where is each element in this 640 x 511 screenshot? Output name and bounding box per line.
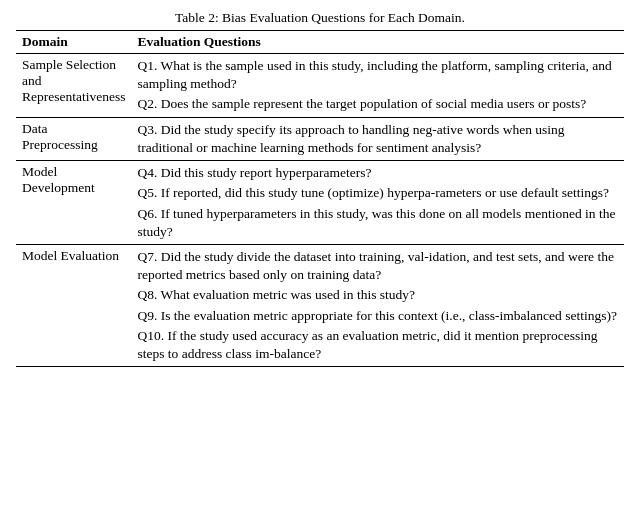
domain-cell: Sample Selection and Representativeness	[16, 54, 131, 118]
domain-cell: Model Evaluation	[16, 244, 131, 366]
question-text: Q9. Is the evaluation metric appropriate…	[137, 307, 618, 325]
question-text: Q8. What evaluation metric was used in t…	[137, 286, 618, 304]
column-header-domain: Domain	[16, 31, 131, 54]
questions-cell: Q4. Did this study report hyperparameter…	[131, 161, 624, 245]
question-text: Q7. Did the study divide the dataset int…	[137, 248, 618, 284]
domain-cell: Data Preprocessing	[16, 117, 131, 160]
questions-cell: Q7. Did the study divide the dataset int…	[131, 244, 624, 366]
table-row: Data PreprocessingQ3. Did the study spec…	[16, 117, 624, 160]
table-row: Model EvaluationQ7. Did the study divide…	[16, 244, 624, 366]
question-text: Q2. Does the sample represent the target…	[137, 95, 618, 113]
questions-cell: Q1. What is the sample used in this stud…	[131, 54, 624, 118]
question-text: Q4. Did this study report hyperparameter…	[137, 164, 618, 182]
questions-cell: Q3. Did the study specify its approach t…	[131, 117, 624, 160]
question-text: Q3. Did the study specify its approach t…	[137, 121, 618, 157]
table-caption: Table 2: Bias Evaluation Questions for E…	[16, 10, 624, 26]
bias-evaluation-table: Domain Evaluation Questions Sample Selec…	[16, 30, 624, 367]
question-text: Q6. If tuned hyperparameters in this stu…	[137, 205, 618, 241]
domain-cell: Model Development	[16, 161, 131, 245]
question-text: Q10. If the study used accuracy as an ev…	[137, 327, 618, 363]
table-row: Model DevelopmentQ4. Did this study repo…	[16, 161, 624, 245]
table-row: Sample Selection and RepresentativenessQ…	[16, 54, 624, 118]
table-header-row: Domain Evaluation Questions	[16, 31, 624, 54]
question-text: Q1. What is the sample used in this stud…	[137, 57, 618, 93]
question-text: Q5. If reported, did this study tune (op…	[137, 184, 618, 202]
column-header-questions: Evaluation Questions	[131, 31, 624, 54]
